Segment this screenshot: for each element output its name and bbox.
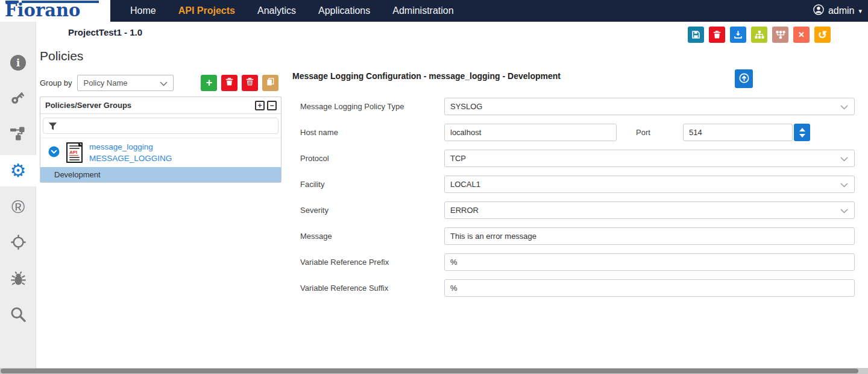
policy-tree-item[interactable]: API message_logging MESSAGE_LOGGING	[40, 138, 281, 167]
policies-tree-panel: Policies/Server Groups + − API messa	[40, 97, 281, 183]
facility-value: LOCAL1	[450, 180, 480, 189]
group-by-selected-value: Policy Name	[83, 78, 127, 87]
undo-icon: ↺	[818, 30, 827, 40]
policy-actions: +	[201, 75, 278, 91]
delete-all-policies-button[interactable]	[242, 75, 258, 91]
sidebar-item-policies[interactable]: ⚙	[0, 155, 36, 186]
form-row-policy-type: Message Logging Policy Type SYSLOG	[292, 98, 855, 115]
download-icon	[734, 30, 743, 39]
left-sidebar: i ⚙ ®	[0, 22, 36, 368]
add-config-button[interactable]	[735, 69, 753, 88]
config-form: Message Logging Policy Type SYSLOG Host …	[292, 98, 855, 305]
copy-policy-button[interactable]	[262, 75, 278, 91]
horizontal-scrollbar[interactable]	[0, 368, 868, 374]
server-group-row-development[interactable]: Development	[40, 167, 281, 182]
filter-funnel-icon	[48, 122, 57, 131]
horizontal-scrollbar-thumb[interactable]	[1, 369, 858, 373]
chevron-down-icon	[840, 209, 848, 214]
expand-all-icon[interactable]: +	[255, 101, 265, 110]
plus-icon: +	[206, 77, 213, 89]
chevron-down-icon	[840, 157, 848, 162]
close-icon: ✕	[798, 31, 805, 39]
gear-icon: ⚙	[10, 162, 27, 180]
nav-item-home[interactable]: Home	[130, 5, 156, 16]
sidebar-item-target[interactable]	[0, 227, 36, 259]
collapse-all-icon[interactable]: −	[267, 101, 277, 110]
facility-label: Facility	[292, 180, 444, 189]
chevron-circle-icon[interactable]	[48, 146, 60, 160]
circle-up-arrow-icon	[739, 73, 749, 85]
form-row-var-prefix: Variable Reference Prefix	[292, 253, 855, 271]
form-row-facility: Facility LOCAL1	[292, 176, 855, 193]
sidebar-item-debug[interactable]	[0, 264, 36, 295]
sidebar-item-info[interactable]: i	[0, 47, 36, 78]
api-document-icon: API	[66, 142, 83, 163]
info-icon: i	[10, 55, 26, 71]
sitemap-inverted-icon	[776, 30, 785, 39]
nav-item-administration[interactable]: Administration	[392, 5, 453, 16]
policy-name-link[interactable]: message_logging	[89, 142, 172, 152]
protocol-select[interactable]: TCP	[444, 150, 855, 167]
message-label: Message	[292, 232, 444, 241]
host-input[interactable]	[444, 124, 617, 141]
port-label: Port	[636, 128, 683, 137]
protocol-label: Protocol	[292, 154, 444, 163]
sidebar-item-search[interactable]	[0, 300, 36, 331]
spinner-down-icon[interactable]	[799, 134, 805, 138]
trash-icon	[712, 30, 722, 39]
trash-icon	[225, 77, 234, 89]
spinner-up-icon[interactable]	[799, 128, 805, 132]
doc-line	[69, 157, 80, 158]
logo-decoration	[5, 1, 19, 3]
doc-line	[69, 145, 78, 147]
brand-logo[interactable]: Fiorano	[0, 0, 110, 22]
search-icon	[10, 306, 27, 325]
nav-item-analytics[interactable]: Analytics	[257, 5, 296, 16]
tree-filter-input[interactable]	[43, 118, 278, 133]
delete-policy-button[interactable]	[221, 75, 237, 91]
chevron-down-icon	[160, 81, 168, 86]
deploy-button[interactable]	[751, 27, 767, 43]
crosshair-icon	[10, 234, 27, 253]
sitemap-icon	[755, 30, 764, 39]
undeploy-button[interactable]	[772, 27, 788, 43]
revert-button[interactable]: ↺	[814, 27, 831, 43]
key-icon	[10, 89, 27, 109]
user-menu[interactable]: admin ▾	[813, 0, 862, 22]
form-row-protocol: Protocol TCP	[292, 150, 855, 167]
sidebar-item-hierarchy[interactable]	[0, 119, 36, 150]
close-project-button[interactable]: ✕	[793, 27, 810, 43]
main-nav: Home API Projects Analytics Applications…	[110, 0, 454, 22]
delete-project-button[interactable]	[709, 27, 725, 43]
save-project-button[interactable]	[688, 27, 704, 43]
download-project-button[interactable]	[730, 27, 746, 43]
nav-item-api-projects[interactable]: API Projects	[178, 5, 235, 16]
group-by-row: Group by Policy Name +	[40, 74, 278, 91]
protocol-value: TCP	[450, 154, 466, 163]
facility-select[interactable]: LOCAL1	[444, 176, 855, 193]
sidebar-item-registered[interactable]: ®	[0, 191, 36, 223]
project-title: ProjectTest1 - 1.0	[68, 27, 142, 37]
group-by-label: Group by	[40, 78, 72, 87]
server-group-label: Development	[54, 170, 101, 179]
policy-type-value: SYSLOG	[450, 102, 482, 111]
var-suffix-input[interactable]	[444, 279, 855, 297]
message-input[interactable]	[444, 227, 855, 245]
top-navbar: Home API Projects Analytics Applications…	[0, 0, 868, 22]
host-label: Host name	[292, 128, 444, 137]
form-row-host-port: Host name Port	[292, 124, 855, 141]
nav-item-applications[interactable]: Applications	[318, 5, 370, 16]
policy-type-link[interactable]: MESSAGE_LOGGING	[89, 153, 172, 163]
add-policy-button[interactable]: +	[201, 75, 217, 91]
tree-filter-box	[43, 118, 278, 134]
sidebar-item-keys[interactable]	[0, 83, 36, 115]
group-by-select[interactable]: Policy Name	[77, 75, 174, 91]
var-prefix-input[interactable]	[444, 253, 855, 271]
policy-type-select[interactable]: SYSLOG	[444, 98, 855, 115]
tree-panel-title: Policies/Server Groups	[45, 101, 253, 110]
severity-select[interactable]: ERROR	[444, 201, 855, 219]
api-label: API	[69, 150, 78, 156]
port-input[interactable]	[683, 124, 793, 141]
port-stepper[interactable]	[794, 124, 810, 141]
var-suffix-label: Variable Reference Suffix	[292, 284, 444, 293]
